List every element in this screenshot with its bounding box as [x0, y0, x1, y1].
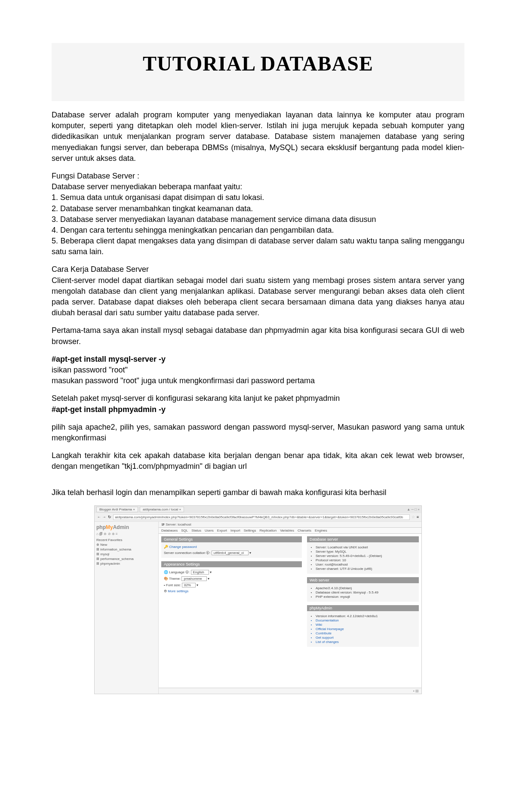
tree-recent-tabs[interactable]: Recent Favorites: [96, 538, 157, 542]
title-block: TUTORIAL DATABASE: [52, 43, 464, 101]
pma-tab[interactable]: Charsets: [298, 529, 311, 532]
appearance-settings-head: Appearance Settings: [161, 561, 302, 567]
theme-label: Theme: [169, 577, 180, 581]
pma-info-item: Version information: 4.2.12deb2+deb8u1: [316, 614, 416, 618]
cara-heading: Cara Kerja Database Server: [52, 264, 464, 275]
fungsi-item: 4. Dengan cara tertentu sehingga meningk…: [52, 225, 464, 236]
logo-php: php: [96, 524, 106, 530]
phpmyadmin-screenshot: Blogger Ardi Pratama × aldipratama.com /…: [94, 505, 422, 694]
general-settings-head: General Settings: [161, 536, 302, 542]
theme-select[interactable]: pmahomme: [181, 576, 206, 581]
cmd1: #apt-get install mysql-server -y: [52, 354, 464, 365]
more-settings-link[interactable]: More settings: [168, 589, 188, 593]
browser-tab[interactable]: aldipratama.com / local ×: [140, 507, 184, 512]
cara-section: Cara Kerja Database Server Client-server…: [52, 264, 464, 318]
cmd2-note: pilih saja apache2, pilih yes, samakan p…: [52, 422, 464, 443]
pma-console-bar[interactable]: ▪ ▤: [159, 688, 421, 694]
pma-info-link[interactable]: Contribute: [316, 631, 416, 635]
collation-select[interactable]: utf8mb4_general_ci: [212, 551, 249, 555]
install-lead: Pertama-tama saya akan install mysql seb…: [52, 325, 464, 347]
reload-icon[interactable]: ↻: [108, 515, 111, 519]
fungsi-item: 1. Semua data untuk organisasi dapat dis…: [52, 192, 464, 203]
change-password-link[interactable]: Change password: [169, 545, 197, 549]
fungsi-lead: Database server menyediakan beberapa man…: [52, 181, 464, 192]
font-size-label: Font size:: [166, 583, 181, 587]
window-controls[interactable]: ▲ ─ □ ×: [407, 508, 420, 511]
web-server-body: Apache/2.4.10 (Debian) Database client v…: [307, 583, 419, 602]
tree-item[interactable]: ⊞ performance_schema: [96, 557, 157, 561]
pma-info-link[interactable]: Documentation: [316, 618, 416, 622]
pma-info-link[interactable]: Get support: [316, 636, 416, 640]
pma-db-tree: Recent Favorites ⊕ New ⊞ information_sch…: [96, 538, 157, 566]
db-info-item: Server: Localhost via UNIX socket: [316, 545, 416, 549]
db-info-item: Server type: MySQL: [316, 550, 416, 554]
cmd2-lead: Setelah paket mysql-server di konfiguras…: [52, 393, 464, 404]
fungsi-heading: Fungsi Database Server :: [52, 171, 464, 181]
db-info-item: Server charset: UTF-8 Unicode (utf8): [316, 567, 416, 571]
cara-body: Client-server model dapat diartikan seba…: [52, 275, 464, 319]
pma-tab[interactable]: Import: [230, 529, 240, 532]
cmd2-block: Setelah paket mysql-server di konfiguras…: [52, 393, 464, 415]
logo-admin: Admin: [113, 524, 129, 530]
cmd1-note: isikan password "root": [52, 365, 464, 375]
browser-menu-icon[interactable]: ≡: [417, 515, 419, 519]
browser-tab-strip: Blogger Ardi Pratama × aldipratama.com /…: [95, 506, 421, 513]
cmd1-block: #apt-get install mysql-server -y isikan …: [52, 354, 464, 387]
check-text: Langkah terakhir kita cek apakah databas…: [52, 450, 464, 472]
fungsi-section: Fungsi Database Server : Database server…: [52, 171, 464, 258]
web-info-item: Apache/2.4.10 (Debian): [316, 586, 416, 590]
tree-item[interactable]: ⊞ information_schema: [96, 547, 157, 552]
pma-info-link[interactable]: List of changes: [316, 640, 416, 644]
web-info-item: Database client version: libmysql - 5.5.…: [316, 591, 416, 594]
pma-tab[interactable]: Variables: [280, 529, 294, 532]
pma-info-link[interactable]: Official Homepage: [316, 627, 416, 631]
fungsi-item: 5. Beberapa client dapat mengakses data …: [52, 236, 464, 257]
pma-info-head: phpMyAdmin: [307, 605, 419, 611]
logo-my: My: [106, 524, 113, 530]
pma-tab[interactable]: Settings: [244, 529, 256, 532]
tree-item[interactable]: ⊞ mysql: [96, 552, 157, 557]
db-info-item: Protocol version: 10: [316, 558, 416, 562]
web-server-head: Web server: [307, 577, 419, 583]
cmd2: #apt-get install phpmyadmin -y: [52, 404, 464, 415]
pma-tab[interactable]: SQL: [181, 529, 188, 532]
pma-sidebar: phpMyAdmin ⌂ 🗐 ⊚ ⊘ ⊕ ≡ Recent Favorites …: [95, 522, 159, 694]
db-info-item: User: root@localhost: [316, 563, 416, 566]
pma-tab[interactable]: Status: [191, 529, 201, 532]
pma-logo: phpMyAdmin: [96, 523, 157, 532]
language-label: Language: [169, 570, 184, 574]
fungsi-item: 2. Database server menambahkan tingkat k…: [52, 203, 464, 214]
db-server-head: Database server: [307, 536, 419, 542]
tree-item[interactable]: ⊞ phpmyadmin: [96, 561, 157, 566]
general-settings-body: 🔑 Change password Server connection coll…: [161, 542, 302, 558]
nav-arrows-icon[interactable]: ← →: [97, 515, 106, 519]
url-input[interactable]: aldipratama.com/phpmyadmin/index.php?tok…: [113, 514, 410, 520]
pma-info-body: Version information: 4.2.12deb2+deb8u1 D…: [307, 611, 419, 647]
bookmark-star-icon[interactable]: ☆: [412, 515, 415, 519]
collation-label: Server connection collation: [164, 551, 205, 555]
url-bar: ← → ↻ aldipratama.com/phpmyadmin/index.p…: [95, 513, 421, 522]
pma-tab[interactable]: Replication: [260, 529, 277, 532]
web-info-item: PHP extension: mysqli: [316, 595, 416, 599]
pma-top-tabs: Databases SQL Status Users Export Import…: [159, 528, 421, 534]
font-size-select[interactable]: 82%: [182, 583, 196, 587]
appearance-settings-body: 🌐 Language 🛈: English ▾ 🎨 Theme: pmahomm…: [161, 567, 302, 596]
db-server-body: Server: Localhost via UNIX socket Server…: [307, 542, 419, 574]
page-title: TUTORIAL DATABASE: [52, 52, 464, 75]
pma-tab[interactable]: Databases: [161, 529, 178, 532]
pma-breadcrumb: 🖳 Server: localhost: [159, 522, 421, 528]
fungsi-item: 3. Database server menyediakan layanan d…: [52, 214, 464, 225]
language-select[interactable]: English: [191, 570, 209, 575]
pma-main: 🖳 Server: localhost Databases SQL Status…: [159, 522, 421, 694]
pma-info-link[interactable]: Wiki: [316, 623, 416, 627]
intro-paragraph: Database server adalah program komputer …: [52, 110, 464, 164]
browser-tab[interactable]: Blogger Ardi Pratama ×: [96, 507, 138, 512]
result-text: Jika telah berhasil login dan menampilka…: [52, 487, 464, 498]
tree-new[interactable]: ⊕ New: [96, 542, 157, 547]
pma-tab[interactable]: Users: [205, 529, 214, 532]
pma-tab[interactable]: Engines: [315, 529, 327, 532]
cmd1-note: masukan password "root" juga untuk mengk…: [52, 375, 464, 386]
pma-tab[interactable]: Export: [217, 529, 227, 532]
db-info-item: Server version: 5.5.49-0+deb8u1 - (Debia…: [316, 554, 416, 558]
pma-sidebar-icons[interactable]: ⌂ 🗐 ⊚ ⊘ ⊕ ≡: [96, 532, 157, 538]
